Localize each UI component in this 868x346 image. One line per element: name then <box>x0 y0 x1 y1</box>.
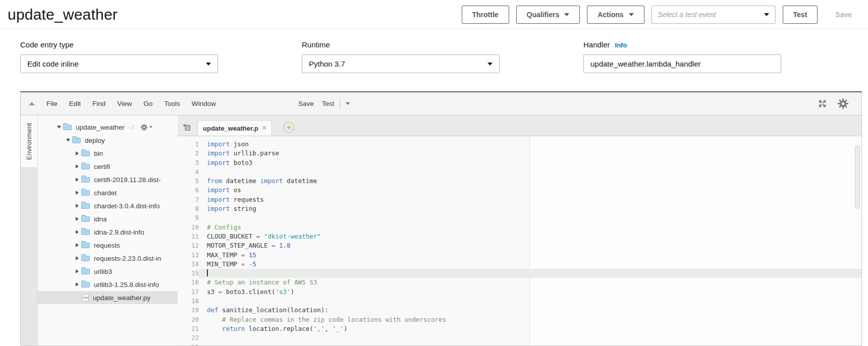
code-line[interactable]: 17s3 = boto3.client('s3') <box>178 287 861 297</box>
tree-item-label: idna-2.9.dist-info <box>94 228 144 236</box>
code-line[interactable]: 15 <box>178 269 861 278</box>
editor-test-menu[interactable]: Test <box>318 98 339 109</box>
code-text: import string <box>199 204 861 213</box>
tree-item-update-weather[interactable]: update_weather- / <box>38 121 178 134</box>
code-line[interactable]: 9 <box>178 213 861 222</box>
line-number: 21 <box>178 324 199 333</box>
test-event-select[interactable]: Select a test event <box>652 6 776 24</box>
code-line[interactable]: 19def sanitize_location(location): <box>178 306 861 315</box>
code-line[interactable]: 5from datetime import datetime <box>178 177 861 186</box>
environment-tab[interactable]: Environment <box>21 116 37 168</box>
tree-item-urllib3[interactable]: urllib3 <box>38 265 178 278</box>
editor-scrollbar[interactable] <box>855 145 860 209</box>
qualifiers-button[interactable]: Qualifiers <box>516 6 580 24</box>
editor-save-menu[interactable]: Save <box>294 98 318 109</box>
code-line[interactable]: 10# Configs <box>178 223 861 232</box>
tree-item-certifi[interactable]: certifi <box>38 160 178 173</box>
caret-expanded-icon[interactable] <box>55 126 63 129</box>
caret-expanded-icon[interactable] <box>64 139 72 142</box>
chevron-down-icon <box>149 126 152 128</box>
menu-view[interactable]: View <box>115 98 134 109</box>
caret-collapsed-icon[interactable] <box>73 164 81 168</box>
menu-window[interactable]: Window <box>189 98 219 109</box>
line-number: 20 <box>178 315 199 324</box>
code-line[interactable]: 3import boto3 <box>178 158 861 167</box>
close-tab-icon[interactable]: × <box>262 124 266 132</box>
handler-info-link[interactable]: Info <box>615 41 627 49</box>
caret-collapsed-icon[interactable] <box>73 230 81 234</box>
code-line[interactable]: 13MAX_TEMP = 15 <box>178 251 861 260</box>
code-text: from datetime import datetime <box>199 177 861 186</box>
line-number: 13 <box>178 251 199 260</box>
folder-icon <box>81 216 90 222</box>
tree-settings-gear-icon[interactable] <box>140 124 152 131</box>
menu-go[interactable]: Go <box>141 98 155 109</box>
code-line[interactable]: 21 return location.replace(',', '_') <box>178 324 861 333</box>
caret-collapsed-icon[interactable] <box>73 243 81 247</box>
caret-collapsed-icon[interactable] <box>73 178 81 182</box>
menu-tools[interactable]: Tools <box>161 98 183 109</box>
caret-collapsed-icon[interactable] <box>73 151 81 155</box>
code-line[interactable]: 7import requests <box>178 195 861 204</box>
collapse-editor-icon[interactable] <box>29 102 35 105</box>
tree-item-chardet-3-0-4-dist-info[interactable]: chardet-3.0.4.dist-info <box>38 199 178 212</box>
tree-item-certifi-2019-11-28-dist[interactable]: certifi-2019.11.28.dist- <box>38 173 178 186</box>
code-line[interactable]: 18 <box>178 297 861 306</box>
tree-item-idna[interactable]: idna <box>38 212 178 225</box>
caret-collapsed-icon[interactable] <box>73 217 81 221</box>
tree-item-chardet[interactable]: chardet <box>38 186 178 199</box>
code-line[interactable]: 8import string <box>178 204 861 213</box>
test-dropdown-icon[interactable] <box>346 102 350 105</box>
actions-button[interactable]: Actions <box>587 6 644 24</box>
code-line[interactable]: 4 <box>178 167 861 177</box>
test-button[interactable]: Test <box>783 6 818 24</box>
folder-icon <box>81 151 90 156</box>
menu-edit[interactable]: Edit <box>67 98 83 109</box>
tab-list-icon[interactable] <box>183 123 191 132</box>
caret-collapsed-icon[interactable] <box>73 204 81 208</box>
code-line[interactable]: 14MIN_TEMP = -5 <box>178 260 861 269</box>
line-number: 3 <box>178 158 199 167</box>
new-tab-button[interactable]: + <box>283 122 294 133</box>
tree-item-idna-2-9-dist-info[interactable]: idna-2.9.dist-info <box>38 225 178 239</box>
menu-file[interactable]: File <box>44 98 60 109</box>
code-line[interactable]: 12MOTOR_STEP_ANGLE = 1.8 <box>178 241 861 250</box>
tree-item-update-weather-py[interactable]: <>update_weather.py <box>38 291 178 304</box>
fullscreen-icon[interactable] <box>818 99 827 108</box>
tree-item-requests[interactable]: requests <box>38 239 178 252</box>
folder-icon <box>81 190 90 196</box>
caret-collapsed-icon[interactable] <box>73 191 81 195</box>
menu-find[interactable]: Find <box>90 98 108 109</box>
settings-gear-icon[interactable] <box>837 98 849 109</box>
caret-collapsed-icon[interactable] <box>73 256 81 260</box>
python-file-icon: <> <box>82 294 89 302</box>
code-text <box>199 167 861 177</box>
tab-update-weather-py[interactable]: update_weather.py × <box>197 120 272 136</box>
code-line[interactable]: 2import urllib.parse <box>178 149 861 158</box>
code-line[interactable]: 23 <box>178 343 861 346</box>
caret-collapsed-icon[interactable] <box>73 269 81 273</box>
code-text: return location.replace(',', '_') <box>199 324 861 333</box>
tree-item-requests-2-23-0-dist-in[interactable]: requests-2.23.0.dist-in <box>38 252 178 265</box>
caret-collapsed-icon[interactable] <box>73 282 81 286</box>
handler-input[interactable]: update_weather.lambda_handler <box>583 54 781 73</box>
root-path-suffix: - / <box>128 124 134 131</box>
code-line[interactable]: 16# Setup an instance of AWS S3 <box>178 278 861 287</box>
code-editor-content[interactable]: 1import json2import urllib.parse3import … <box>178 136 861 346</box>
runtime-select[interactable]: Python 3.7 <box>302 54 500 73</box>
code-line[interactable]: 20 # Replace commas in the zip code loca… <box>178 315 861 324</box>
tree-item-deploy[interactable]: deploy <box>38 134 178 147</box>
line-number: 7 <box>178 195 199 204</box>
tree-item-bin[interactable]: bin <box>38 147 178 160</box>
code-text: # Setup an instance of AWS S3 <box>199 278 861 287</box>
code-entry-type-select[interactable]: Edit code inline <box>20 54 218 73</box>
code-text <box>199 269 861 278</box>
code-entry-type-label: Code entry type <box>20 40 218 49</box>
throttle-button[interactable]: Throttle <box>462 6 509 24</box>
code-line[interactable]: 6import os <box>178 186 861 195</box>
tree-item-label: certifi-2019.11.28.dist- <box>94 176 161 184</box>
code-line[interactable]: 1import json <box>178 140 861 149</box>
code-line[interactable]: 22 <box>178 333 861 342</box>
tree-item-urllib3-1-25-8-dist-info[interactable]: urllib3-1.25.8.dist-info <box>38 278 178 291</box>
code-line[interactable]: 11CLOUD_BUCKET = "dkiot-weather" <box>178 232 861 241</box>
